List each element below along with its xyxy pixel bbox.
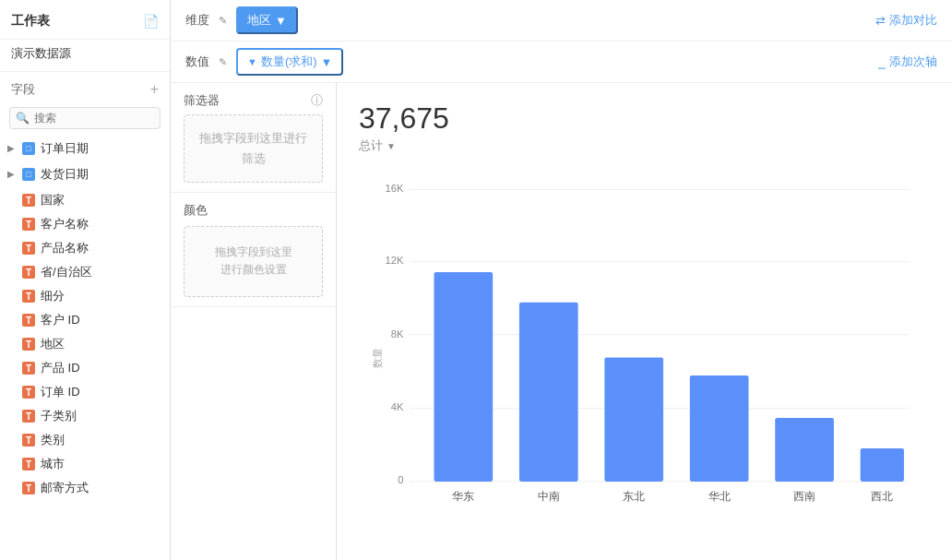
field-type-T-icon: T xyxy=(22,386,35,399)
value-label: 数值 xyxy=(185,54,209,70)
field-list: ▶ □ 订单日期 ▶ □ 发货日期 T 国家 T 客户名称 T 产品名称 T xyxy=(0,137,170,560)
filter-label: 筛选器 xyxy=(184,92,220,109)
value-chevron-icon: ▼ xyxy=(321,55,333,69)
sidebar: 工作表 📄 演示数据源 字段 + 🔍 ▶ □ 订单日期 ▶ □ 发货日期 T xyxy=(0,0,171,560)
field-type-T-icon: T xyxy=(22,482,35,494)
field-item-product-name[interactable]: T 产品名称 xyxy=(0,236,170,260)
filter-drop-zone[interactable]: 拖拽字段到这里进行筛选 xyxy=(184,114,323,183)
dimension-btn-label: 地区 xyxy=(247,12,271,29)
add-compare-label: 添加对比 xyxy=(889,12,937,29)
field-type-T-icon: T xyxy=(22,338,35,351)
field-type-T-icon: T xyxy=(22,458,35,471)
field-item-category[interactable]: T 类别 xyxy=(0,428,170,452)
chart-container: 16K 12K 8K 4K 0 数量 xyxy=(359,169,930,519)
svg-text:西南: 西南 xyxy=(793,490,815,503)
dimension-region-button[interactable]: 地区 ▼ xyxy=(236,6,298,34)
field-name-product-id: 产品 ID xyxy=(41,360,80,376)
field-item-order-id[interactable]: T 订单 ID xyxy=(0,380,170,404)
search-icon: 🔍 xyxy=(16,112,30,125)
svg-text:数量: 数量 xyxy=(372,348,383,368)
field-name-city: 城市 xyxy=(41,456,65,472)
search-box: 🔍 xyxy=(9,107,161,129)
field-type-T-icon: T xyxy=(22,218,35,231)
bar-xinan[interactable] xyxy=(775,418,834,482)
field-group-ship-date-header[interactable]: ▶ □ 发货日期 xyxy=(0,162,170,186)
field-item-ship-mode[interactable]: T 邮寄方式 xyxy=(0,476,170,500)
field-item-customer-name[interactable]: T 客户名称 xyxy=(0,212,170,236)
bar-dongbei[interactable] xyxy=(604,357,663,482)
svg-text:0: 0 xyxy=(398,474,403,485)
add-field-icon[interactable]: + xyxy=(150,82,159,97)
bar-zhongnan[interactable] xyxy=(519,303,578,482)
add-secondary-axis-button[interactable]: ⎯ 添加次轴 xyxy=(878,54,937,70)
dimension-label: 维度 xyxy=(185,12,209,29)
svg-text:东北: 东北 xyxy=(623,490,645,503)
add-secondary-axis-label: 添加次轴 xyxy=(889,54,937,70)
fields-label: 字段 xyxy=(11,81,35,98)
bar-huabei[interactable] xyxy=(690,375,749,482)
field-item-customer-id[interactable]: T 客户 ID xyxy=(0,308,170,332)
main-content: 维度 ✎ 地区 ▼ ⇄ 添加对比 数值 ✎ ▼ 数量(求和) ▼ ⎯ 添加次轴 xyxy=(171,0,952,560)
left-panel: 筛选器 ⓘ 拖拽字段到这里进行筛选 颜色 拖拽字段到这里 进行颜色设置 xyxy=(171,83,337,560)
field-type-T-icon: T xyxy=(22,194,35,207)
add-secondary-axis-icon: ⎯ xyxy=(878,55,886,69)
filter-drop-hint: 拖拽字段到这里进行筛选 xyxy=(197,128,309,169)
field-name-country: 国家 xyxy=(41,192,65,209)
filter-header: 筛选器 ⓘ xyxy=(184,92,323,109)
field-item-sub-category[interactable]: T 子类别 xyxy=(0,404,170,428)
svg-text:8K: 8K xyxy=(391,328,404,340)
bar-huadong[interactable] xyxy=(434,272,494,482)
field-group-ship-date: ▶ □ 发货日期 xyxy=(0,162,170,186)
filter-info-icon: ⓘ xyxy=(311,92,323,109)
field-group-order-date-header[interactable]: ▶ □ 订单日期 xyxy=(0,137,170,161)
order-date-label: 订单日期 xyxy=(41,140,89,157)
field-name-product: 产品名称 xyxy=(41,240,89,256)
field-name-segment: 细分 xyxy=(41,288,65,304)
color-section: 颜色 拖拽字段到这里 进行颜色设置 xyxy=(171,193,336,306)
field-type-T-icon: T xyxy=(22,362,35,375)
field-name-province: 省/自治区 xyxy=(41,264,92,280)
field-type-T-icon: T xyxy=(22,242,35,255)
sidebar-header: 工作表 📄 xyxy=(0,0,170,40)
field-item-segment[interactable]: T 细分 xyxy=(0,284,170,308)
field-item-product-id[interactable]: T 产品 ID xyxy=(0,356,170,380)
date-ship-icon: □ xyxy=(22,168,35,181)
chart-area: 37,675 总计 ▼ 16K 12K 8K 4K 0 数量 xyxy=(337,83,952,560)
dimension-edit-icon[interactable]: ✎ xyxy=(219,15,227,27)
field-name-ship-mode: 邮寄方式 xyxy=(41,480,89,496)
field-item-region[interactable]: T 地区 xyxy=(0,332,170,356)
field-name-category: 类别 xyxy=(41,432,65,448)
svg-text:4K: 4K xyxy=(391,401,404,412)
chart-total-value: 37,675 xyxy=(359,101,930,136)
field-name-sub-category: 子类别 xyxy=(41,408,77,424)
svg-text:中南: 中南 xyxy=(538,490,560,503)
color-section-title: 颜色 xyxy=(184,202,323,219)
date-icon: □ xyxy=(22,142,35,155)
value-edit-icon[interactable]: ✎ xyxy=(219,56,227,68)
field-type-T-icon: T xyxy=(22,314,35,327)
field-item-province[interactable]: T 省/自治区 xyxy=(0,260,170,284)
fields-header: 字段 + xyxy=(0,72,170,103)
field-item-city[interactable]: T 城市 xyxy=(0,452,170,476)
expand-arrow-ship-icon: ▶ xyxy=(7,169,18,180)
svg-text:华北: 华北 xyxy=(708,490,731,503)
value-toolbar-row: 数值 ✎ ▼ 数量(求和) ▼ ⎯ 添加次轴 xyxy=(171,42,952,83)
field-item-country[interactable]: T 国家 xyxy=(0,188,170,212)
panels-container: 筛选器 ⓘ 拖拽字段到这里进行筛选 颜色 拖拽字段到这里 进行颜色设置 37,6… xyxy=(171,83,952,560)
ship-date-label: 发货日期 xyxy=(41,166,89,183)
color-drop-zone[interactable]: 拖拽字段到这里 进行颜色设置 xyxy=(184,226,323,296)
field-name-customer-id: 客户 ID xyxy=(41,312,80,328)
field-name-order-id: 订单 ID xyxy=(41,384,80,400)
dimension-chevron-icon: ▼ xyxy=(275,14,287,28)
search-input[interactable] xyxy=(9,107,161,129)
total-chevron-icon: ▼ xyxy=(387,141,396,151)
datasource-name[interactable]: 演示数据源 xyxy=(0,40,170,72)
add-compare-button[interactable]: ⇄ 添加对比 xyxy=(875,12,937,29)
field-type-T-icon: T xyxy=(22,434,35,447)
value-sum-button[interactable]: ▼ 数量(求和) ▼ xyxy=(236,48,343,76)
expand-arrow-icon: ▶ xyxy=(7,143,18,154)
sidebar-document-icon[interactable]: 📄 xyxy=(143,14,159,29)
add-compare-icon: ⇄ xyxy=(875,14,886,28)
bar-xibei[interactable] xyxy=(861,448,904,482)
color-drop-hint-line2: 进行颜色设置 xyxy=(220,263,287,276)
